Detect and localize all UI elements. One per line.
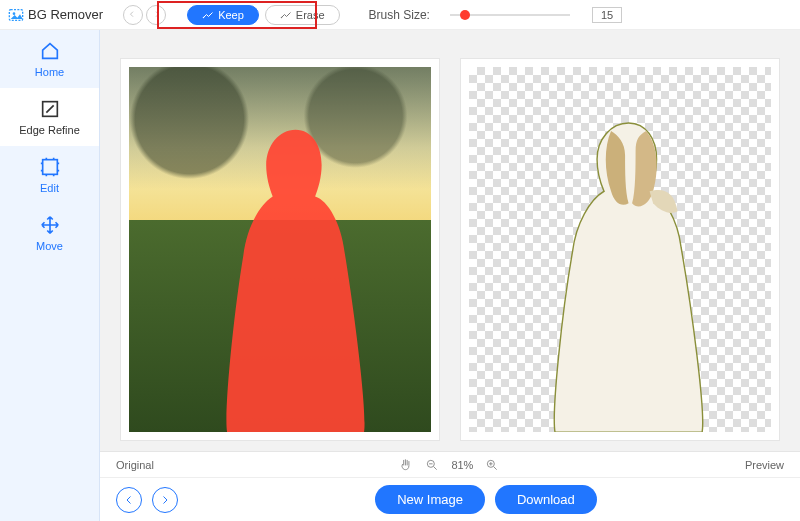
redo-button[interactable] [146,5,166,25]
cutout-image [541,111,716,432]
main-area: Original 81% Preview New Image Download [100,30,800,521]
next-button[interactable] [152,487,178,513]
erase-button[interactable]: Erase [265,5,340,25]
original-panel[interactable] [120,58,440,441]
prev-button[interactable] [116,487,142,513]
edge-refine-icon [39,98,61,120]
app-logo: BG Remover [8,7,103,23]
sidebar-item-edge-refine[interactable]: Edge Refine [0,88,99,146]
sidebar-item-move[interactable]: Move [0,204,99,262]
pan-icon[interactable] [399,458,413,472]
brush-size-slider[interactable] [450,8,570,22]
bottom-bar: New Image Download [100,477,800,521]
sidebar-item-label: Edit [40,182,59,194]
original-label: Original [116,459,154,471]
preview-label: Preview [745,459,784,471]
svg-point-1 [13,12,16,15]
sidebar-item-label: Move [36,240,63,252]
slider-thumb[interactable] [460,10,470,20]
status-bar: Original 81% Preview [100,451,800,477]
history-controls [123,5,166,25]
preview-panel[interactable] [460,58,780,441]
home-icon [39,40,61,62]
sidebar-item-edit[interactable]: Edit [0,146,99,204]
brush-mode-group: Keep Erase [184,2,342,28]
svg-point-2 [203,16,205,18]
keep-icon [202,9,214,21]
toolbar: BG Remover Keep Erase Brush Size: 15 [0,0,800,30]
brush-size-value: 15 [592,7,622,23]
sidebar-item-label: Edge Refine [19,124,80,136]
new-image-button[interactable]: New Image [375,485,485,514]
brush-size-label: Brush Size: [369,8,430,22]
zoom-out-icon[interactable] [425,458,439,472]
original-image [129,67,431,432]
sidebar: Home Edge Refine Edit Move [0,30,100,521]
undo-button[interactable] [123,5,143,25]
sidebar-item-label: Home [35,66,64,78]
keep-label: Keep [218,9,244,21]
svg-point-3 [281,16,283,18]
svg-rect-5 [42,160,57,175]
zoom-in-icon[interactable] [485,458,499,472]
erase-icon [280,9,292,21]
edit-icon [39,156,61,178]
download-button[interactable]: Download [495,485,597,514]
sidebar-item-home[interactable]: Home [0,30,99,88]
move-icon [39,214,61,236]
logo-icon [8,7,24,23]
app-title: BG Remover [28,7,103,22]
canvas-area [100,30,800,451]
keep-mask-overlay [214,118,377,432]
zoom-value: 81% [451,459,473,471]
erase-label: Erase [296,9,325,21]
keep-button[interactable]: Keep [187,5,259,25]
